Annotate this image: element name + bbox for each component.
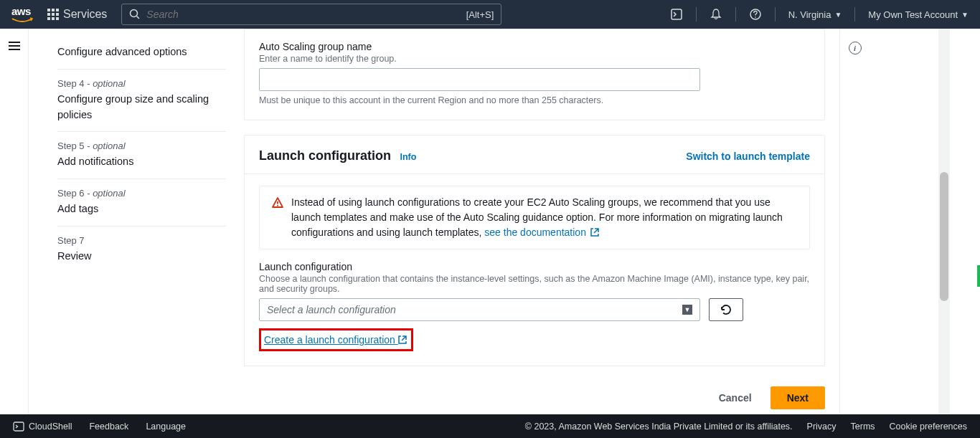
lc-select-placeholder: Select a launch configuration bbox=[267, 304, 396, 315]
external-link-icon bbox=[590, 228, 599, 237]
info-link[interactable]: Info bbox=[400, 152, 416, 162]
language-link[interactable]: Language bbox=[146, 422, 186, 432]
account-selector[interactable]: My Own Test Account ▼ bbox=[868, 9, 969, 20]
region-label: N. Virginia bbox=[788, 9, 831, 20]
doc-link[interactable]: see the documentation bbox=[484, 227, 599, 238]
asg-name-panel: Auto Scaling group name Enter a name to … bbox=[244, 29, 825, 120]
footer: CloudShell Feedback Language © 2023, Ama… bbox=[0, 414, 980, 438]
asg-name-hint: Must be unique to this account in the cu… bbox=[259, 95, 810, 105]
refresh-button[interactable] bbox=[709, 298, 743, 321]
bell-icon[interactable] bbox=[710, 8, 722, 21]
svg-point-0 bbox=[131, 10, 138, 17]
scrollbar-track[interactable] bbox=[938, 29, 950, 414]
accent-tab bbox=[977, 265, 980, 287]
search-box[interactable]: [Alt+S] bbox=[121, 4, 501, 25]
services-button[interactable]: Services bbox=[42, 5, 113, 24]
account-label: My Own Test Account bbox=[868, 9, 958, 20]
copyright-text: © 2023, Amazon Web Services India Privat… bbox=[525, 422, 793, 432]
lc-field-desc: Choose a launch configuration that conta… bbox=[259, 274, 810, 294]
svg-point-4 bbox=[755, 16, 756, 18]
external-link-icon bbox=[398, 335, 407, 344]
apps-grid-icon bbox=[47, 9, 59, 20]
feedback-link[interactable]: Feedback bbox=[89, 422, 128, 432]
lc-field-label: Launch configuration bbox=[259, 261, 810, 272]
asg-name-label: Auto Scaling group name bbox=[259, 41, 810, 52]
svg-line-1 bbox=[137, 16, 140, 19]
step-item[interactable]: Step 6 - optional Add tags bbox=[57, 179, 226, 227]
warning-box: Instead of using launch configurations t… bbox=[259, 186, 810, 249]
step-item[interactable]: Step 7 Review bbox=[57, 227, 226, 273]
hamburger-icon[interactable] bbox=[9, 42, 20, 50]
cloudshell-link[interactable]: CloudShell bbox=[13, 421, 72, 432]
aws-smile-icon bbox=[11, 17, 33, 24]
step-item[interactable]: Configure advanced options bbox=[57, 36, 226, 70]
create-lc-link[interactable]: Create a launch configuration bbox=[264, 334, 407, 346]
form-area: Auto Scaling group name Enter a name to … bbox=[244, 29, 839, 414]
search-input[interactable] bbox=[146, 9, 466, 20]
action-row: Cancel Next bbox=[244, 381, 825, 414]
cancel-button[interactable]: Cancel bbox=[707, 386, 763, 409]
chevron-down-icon: ▼ bbox=[682, 305, 692, 315]
lc-title: Launch configuration bbox=[259, 148, 391, 163]
refresh-icon bbox=[720, 303, 732, 316]
help-panel-rail: i bbox=[839, 29, 870, 414]
region-selector[interactable]: N. Virginia ▼ bbox=[788, 9, 842, 20]
terms-link[interactable]: Terms bbox=[851, 422, 875, 432]
next-button[interactable]: Next bbox=[771, 386, 825, 409]
svg-rect-7 bbox=[14, 422, 24, 431]
sidebar-toggle-panel bbox=[0, 29, 29, 414]
chevron-down-icon: ▼ bbox=[834, 11, 842, 19]
cloudshell-icon bbox=[13, 421, 24, 432]
aws-logo[interactable]: aws bbox=[11, 5, 33, 24]
lc-select[interactable]: Select a launch configuration ▼ bbox=[259, 298, 700, 321]
svg-point-6 bbox=[277, 205, 278, 206]
info-icon[interactable]: i bbox=[849, 42, 862, 54]
cookies-link[interactable]: Cookie preferences bbox=[890, 422, 967, 432]
warning-icon bbox=[271, 196, 284, 209]
services-label: Services bbox=[63, 8, 107, 21]
cloudshell-icon[interactable] bbox=[670, 8, 683, 21]
switch-to-template-link[interactable]: Switch to launch template bbox=[686, 151, 810, 162]
top-nav: aws Services [Alt+S] N. Virginia ▼ My Ow… bbox=[0, 0, 980, 29]
step-item[interactable]: Step 5 - optional Add notifications bbox=[57, 132, 226, 179]
asg-name-desc: Enter a name to identify the group. bbox=[259, 54, 810, 64]
search-icon bbox=[129, 9, 141, 20]
create-lc-highlight: Create a launch configuration bbox=[259, 328, 413, 351]
help-icon[interactable] bbox=[749, 8, 762, 21]
wizard-steps: Configure advanced options Step 4 - opti… bbox=[29, 29, 244, 414]
privacy-link[interactable]: Privacy bbox=[807, 422, 837, 432]
asg-name-input[interactable] bbox=[259, 68, 700, 91]
chevron-down-icon: ▼ bbox=[961, 11, 969, 19]
scrollbar-thumb[interactable] bbox=[940, 172, 948, 301]
step-item[interactable]: Step 4 - optional Configure group size a… bbox=[57, 70, 226, 133]
search-shortcut: [Alt+S] bbox=[466, 9, 494, 20]
launch-config-panel: Launch configuration Info Switch to laun… bbox=[244, 135, 825, 366]
